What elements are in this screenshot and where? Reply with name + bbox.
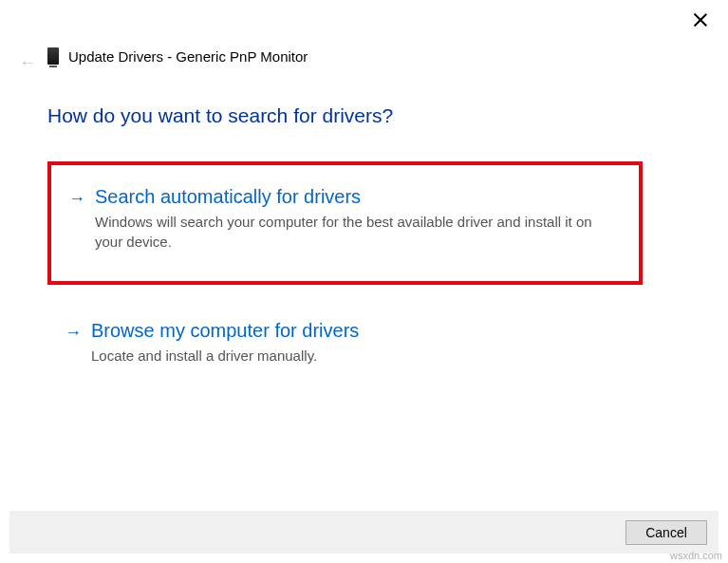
update-drivers-dialog: ← Update Drivers - Generic PnP Monitor H…: [0, 0, 728, 563]
arrow-right-icon: →: [68, 186, 85, 211]
option-browse-computer[interactable]: → Browse my computer for drivers Locate …: [47, 299, 643, 383]
dialog-footer: Cancel: [9, 511, 719, 554]
option-search-automatically[interactable]: → Search automatically for drivers Windo…: [47, 161, 643, 285]
option-browse-desc: Locate and install a driver manually.: [91, 346, 625, 366]
option-browse-title: Browse my computer for drivers: [91, 320, 625, 342]
page-heading: How do you want to search for drivers?: [47, 104, 393, 127]
close-icon[interactable]: [692, 11, 709, 28]
watermark: wsxdn.com: [670, 550, 722, 561]
dialog-title: Update Drivers - Generic PnP Monitor: [68, 48, 308, 65]
option-auto-title: Search automatically for drivers: [95, 186, 622, 208]
option-auto-desc: Windows will search your computer for th…: [95, 212, 622, 252]
back-arrow-icon: ←: [19, 53, 36, 73]
monitor-icon: [47, 47, 59, 65]
arrow-right-icon: →: [65, 320, 82, 345]
cancel-button[interactable]: Cancel: [625, 520, 707, 545]
dialog-header: Update Drivers - Generic PnP Monitor: [47, 47, 308, 65]
cancel-label: Cancel: [645, 525, 687, 540]
